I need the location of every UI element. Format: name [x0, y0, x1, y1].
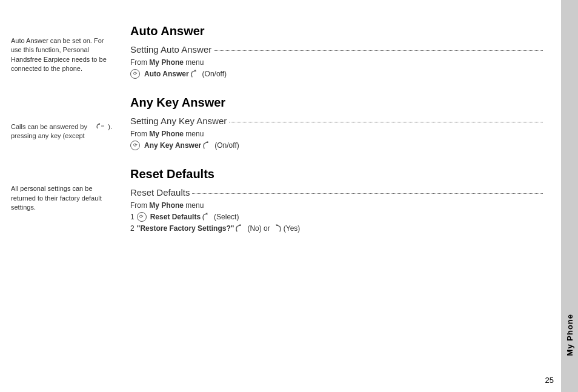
any-key-from-bold: My Phone: [149, 130, 184, 138]
page-number: 25: [545, 376, 554, 385]
reset-defaults-subheading: Reset Defaults: [130, 187, 543, 198]
any-key-dots: [229, 122, 543, 122]
reset-defaults-subheading-text: Reset Defaults: [130, 187, 190, 198]
note-any-key-content: Calls can be answered by pressing any ke…: [11, 122, 112, 141]
any-key-step: ⟳ Any Key Answer (On/off): [130, 141, 543, 150]
main-content: Auto Answer Setting Auto Answer From My …: [118, 0, 561, 392]
reset-step-2: 2 "Restore Factory Settings?" (No) or (Y…: [130, 224, 543, 233]
reset-step-2-bold: "Restore Factory Settings?": [137, 224, 234, 233]
any-key-section: Any Key Answer Setting Any Key Answer Fr…: [130, 96, 543, 150]
auto-answer-from: From My Phone menu: [130, 58, 543, 67]
reset-step-2-middle: (No) or: [247, 224, 270, 233]
reset-defaults-dots: [192, 193, 543, 194]
note-reset: All personal settings can be returned to…: [11, 184, 112, 212]
reset-defaults-section: Reset Defaults Reset Defaults From My Ph…: [130, 167, 543, 233]
any-key-from: From My Phone menu: [130, 130, 543, 138]
auto-answer-from-bold: My Phone: [149, 58, 184, 67]
reset-step-2-number: 2: [130, 224, 135, 233]
softkey-icon-reset-2b: [271, 224, 282, 233]
sidebar-tab-label: My Phone: [565, 314, 574, 356]
any-key-exception-icon: [95, 122, 106, 133]
reset-defaults-from: From My Phone menu: [130, 201, 543, 210]
reset-step-1: 1 ⟳ Reset Defaults (Select): [130, 212, 543, 222]
any-key-subheading-text: Setting Any Key Answer: [130, 116, 227, 126]
any-key-subheading: Setting Any Key Answer: [130, 116, 543, 126]
reset-step-1-suffix: (Select): [214, 213, 239, 221]
any-key-from-text: From: [130, 130, 149, 138]
auto-answer-step: ⟳ Auto Answer (On/off): [130, 69, 543, 79]
auto-answer-dots: [214, 50, 543, 51]
reset-step-1-number: 1: [130, 213, 135, 221]
softkey-icon-any-key: [202, 141, 213, 150]
auto-answer-heading: Auto Answer: [130, 24, 543, 38]
note-reset-text: All personal settings can be returned to…: [11, 185, 102, 211]
navigate-icon-any-key: ⟳: [130, 141, 140, 150]
auto-answer-subheading: Setting Auto Answer: [130, 44, 543, 55]
note-any-key: Calls can be answered by pressing any ke…: [11, 122, 112, 141]
left-notes-column: Auto Answer can be set on. For use this …: [0, 0, 118, 392]
auto-answer-from-text: From: [130, 58, 149, 67]
navigate-icon-reset-1: ⟳: [137, 212, 147, 222]
any-key-step-suffix: (On/off): [214, 141, 239, 150]
any-key-heading: Any Key Answer: [130, 96, 543, 110]
note-auto-answer-text: Auto Answer can be set on. For use this …: [11, 37, 107, 72]
any-key-from-suffix: menu: [184, 130, 204, 138]
reset-defaults-heading: Reset Defaults: [130, 167, 543, 181]
reset-from-text: From: [130, 201, 149, 210]
auto-answer-section: Auto Answer Setting Auto Answer From My …: [130, 24, 543, 79]
note-any-key-text: Calls can be answered by pressing any ke…: [11, 122, 93, 141]
reset-step-1-bold: Reset Defaults: [150, 213, 201, 221]
note-any-key-suffix: ).: [108, 122, 112, 131]
right-sidebar: My Phone: [561, 0, 578, 392]
reset-step-2-suffix: (Yes): [284, 224, 301, 233]
auto-answer-step-suffix: (On/off): [202, 70, 227, 78]
reset-from-suffix: menu: [184, 201, 204, 210]
softkey-icon-reset-2a: [235, 224, 246, 233]
note-auto-answer: Auto Answer can be set on. For use this …: [11, 36, 112, 74]
auto-answer-from-suffix: menu: [184, 58, 204, 67]
auto-answer-subheading-text: Setting Auto Answer: [130, 44, 211, 55]
auto-answer-step-bold: Auto Answer: [144, 70, 189, 78]
any-key-step-bold: Any Key Answer: [144, 141, 201, 150]
softkey-icon-auto: [190, 70, 201, 78]
reset-from-bold: My Phone: [149, 201, 184, 210]
navigate-icon-auto: ⟳: [130, 69, 140, 79]
softkey-icon-reset-1: [202, 213, 213, 221]
